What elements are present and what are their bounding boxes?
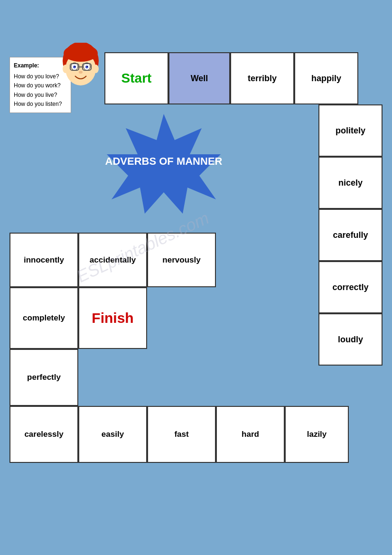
svg-point-12 — [79, 71, 83, 74]
svg-point-14 — [93, 65, 99, 73]
cell-carefully: carefully — [318, 209, 383, 261]
svg-point-2 — [64, 45, 98, 62]
cell-well: Well — [168, 52, 230, 104]
starburst-text: ADVERBS OF MANNER — [105, 155, 223, 169]
cell-lazily: lazily — [285, 406, 349, 463]
cell-hard: hard — [216, 406, 285, 463]
row-completely: completely Finish — [9, 287, 147, 349]
example-line-4: How do you listen? — [14, 100, 67, 109]
svg-point-13 — [63, 65, 68, 73]
cell-completely: completely — [9, 287, 78, 349]
svg-point-10 — [75, 66, 75, 67]
cell-innocently: innocently — [9, 233, 78, 287]
cell-fast: fast — [147, 406, 216, 463]
cell-perfectly: perfectly — [9, 349, 78, 406]
svg-point-8 — [73, 66, 76, 68]
top-row: Start Well terribly happily — [104, 52, 358, 104]
row-perfectly: perfectly — [9, 349, 78, 406]
cell-nicely: nicely — [318, 157, 383, 209]
cell-start: Start — [104, 52, 168, 104]
cell-finish: Finish — [78, 287, 147, 349]
cell-terribly: terribly — [230, 52, 294, 104]
cell-nervously: nervously — [147, 233, 216, 287]
character-face — [57, 43, 104, 95]
starburst-container: ADVERBS OF MANNER — [88, 109, 240, 214]
right-column: politely nicely carefully correctly loud… — [318, 104, 383, 366]
cell-correctly: correctly — [318, 261, 383, 313]
row-bottom: carelessly easily fast hard lazily — [9, 406, 349, 463]
cell-accidentally: accidentally — [78, 233, 147, 287]
cell-easily: easily — [78, 406, 147, 463]
cell-loudly: loudly — [318, 313, 383, 366]
svg-point-9 — [85, 66, 88, 68]
cell-happily: happily — [294, 52, 358, 104]
cell-politely: politely — [318, 104, 383, 157]
svg-point-11 — [87, 66, 88, 67]
row-innocently: innocently accidentally nervously — [9, 233, 216, 287]
cell-carelessly: carelessly — [9, 406, 78, 463]
